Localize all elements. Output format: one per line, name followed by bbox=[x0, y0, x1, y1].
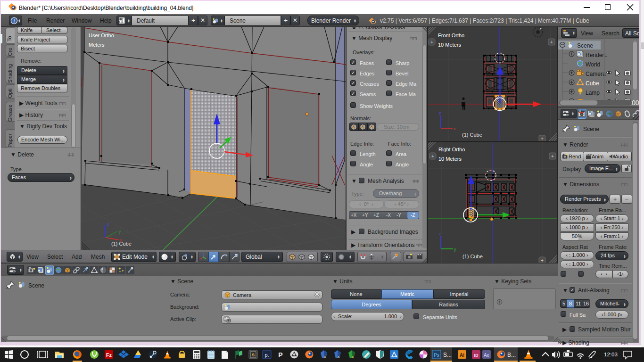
svg-text:Front Ortho: Front Ortho bbox=[438, 33, 464, 38]
svg-text:Ps: Ps bbox=[434, 353, 439, 358]
svg-text:10 Meters: 10 Meters bbox=[438, 42, 461, 48]
svg-text:y: y bbox=[119, 229, 121, 234]
svg-text:12:03: 12:03 bbox=[604, 352, 618, 357]
svg-text:10 Meters: 10 Meters bbox=[438, 156, 462, 162]
svg-text:z: z bbox=[439, 111, 441, 115]
svg-text:(1) Cube: (1) Cube bbox=[462, 132, 482, 138]
svg-text:i: i bbox=[14, 18, 15, 24]
svg-text:p.: p. bbox=[264, 352, 269, 358]
svg-text:+: + bbox=[550, 40, 553, 45]
svg-text:Meters: Meters bbox=[89, 42, 105, 48]
svg-text:Ae: Ae bbox=[484, 353, 490, 358]
svg-text:ID: ID bbox=[474, 353, 479, 358]
svg-text:z: z bbox=[439, 231, 441, 236]
svg-text:+: + bbox=[431, 154, 434, 159]
svg-text:S...: S... bbox=[443, 352, 452, 358]
svg-text:x: x bbox=[352, 354, 354, 359]
svg-text:Ai: Ai bbox=[460, 353, 464, 358]
svg-text:Right Ortho: Right Ortho bbox=[438, 147, 465, 152]
svg-text:User Ortho: User Ortho bbox=[89, 33, 114, 38]
svg-text:x: x bbox=[454, 126, 456, 131]
svg-text:S: S bbox=[252, 353, 255, 357]
svg-text:x: x bbox=[338, 354, 339, 359]
svg-text:x: x bbox=[324, 354, 326, 359]
svg-text:B...: B... bbox=[507, 352, 516, 358]
svg-text:+: + bbox=[541, 136, 544, 141]
svg-text:(1) Cube: (1) Cube bbox=[462, 254, 483, 259]
svg-text:P: P bbox=[278, 351, 282, 359]
svg-text:z: z bbox=[107, 222, 109, 227]
svg-text:+: + bbox=[430, 40, 433, 45]
svg-text:(1) Cube: (1) Cube bbox=[111, 241, 132, 247]
svg-text:Fz: Fz bbox=[106, 352, 112, 358]
svg-text:y: y bbox=[454, 247, 456, 252]
svg-text:+: + bbox=[541, 258, 544, 263]
svg-text:+: + bbox=[551, 154, 554, 159]
